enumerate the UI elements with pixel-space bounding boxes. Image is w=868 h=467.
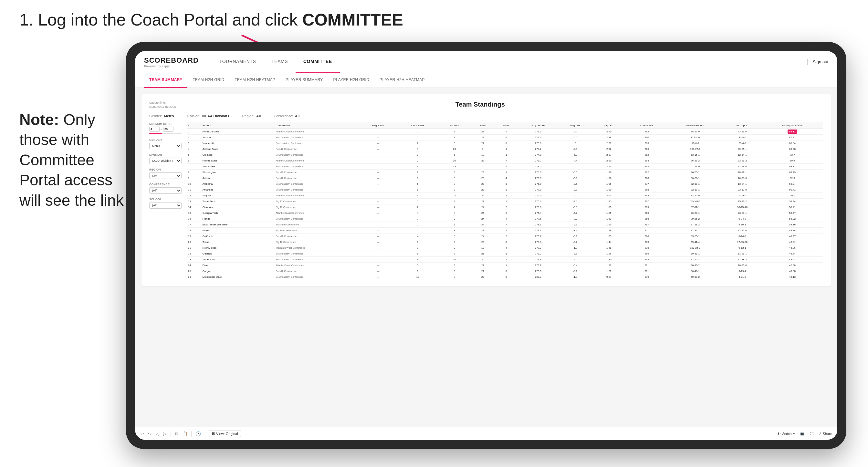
- watch-button[interactable]: 👁 Watch ▾: [777, 432, 795, 436]
- toolbar-left: ↩ ↪ ◁ ▷ ⧉ 📋 🕐 ⊞ View: Original: [140, 430, 241, 437]
- gender-filter-label: Gender: [149, 138, 182, 142]
- avg-rd-cell: 1.41: [592, 245, 626, 251]
- school-cell: Vanderbilt: [201, 141, 275, 146]
- low-score-cell: 209: [626, 205, 668, 210]
- avg-sg-cell: -3.6: [559, 175, 592, 181]
- conf-rank-cell: 4: [397, 164, 438, 169]
- avg-sg-cell: -2.0: [559, 257, 592, 262]
- avg-sg-cell: -5.1: [559, 222, 592, 228]
- gender-filter-select[interactable]: Men's Women's: [149, 143, 182, 149]
- vs-top50-cell: 89.11: [762, 129, 823, 135]
- rnds-cell: 27: [471, 135, 495, 141]
- nav-divider: [807, 59, 808, 65]
- region-filter-select[interactable]: N/A East West: [149, 173, 182, 179]
- table-row: 13Texas TechBig 12 Conference—19272276.0…: [187, 198, 823, 205]
- low-score-cell: 269: [626, 257, 668, 262]
- standings-table: # School Conference Reg Rank Conf Rank N…: [187, 122, 823, 280]
- vs-top50-cell: 48.54: [762, 251, 823, 257]
- nav-tournaments[interactable]: TOURNAMENTS: [212, 51, 264, 73]
- col-wins: Wins: [495, 122, 518, 129]
- no-tour-cell: 26: [438, 146, 471, 152]
- clock-icon[interactable]: 🕐: [195, 431, 201, 436]
- rank-cell: 15: [187, 210, 201, 216]
- expand-icon: ⛶: [810, 432, 813, 436]
- no-tour-cell: 7: [438, 251, 471, 257]
- reg-rank-cell: —: [359, 175, 397, 181]
- redo-icon[interactable]: ↪: [148, 431, 152, 436]
- update-time-label: Update time:: [149, 101, 176, 105]
- copy-icon[interactable]: ⧉: [175, 431, 178, 436]
- min-rounds-min-input[interactable]: [149, 127, 160, 132]
- sub-nav-player-summary[interactable]: PLAYER SUMMARY: [280, 73, 328, 88]
- gender-summary: Gender: Men's: [149, 114, 174, 118]
- low-score-cell: 264: [626, 158, 668, 164]
- avg-rd-cell: 2.20: [592, 158, 626, 164]
- overall-cell: 76-29-1: [668, 210, 723, 216]
- conference-filter-select[interactable]: (All): [149, 187, 182, 194]
- no-tour-cell: 9: [438, 262, 471, 269]
- division-label: Division:: [187, 114, 200, 118]
- rnds-cell: 23: [471, 129, 495, 135]
- vs-top25-cell: 12-13-0: [723, 228, 762, 234]
- sub-nav-player-h2h-grid[interactable]: PLAYER H2H GRID: [328, 73, 374, 88]
- content-card: Update time: 27/03/2024 16:56:26 Team St…: [142, 94, 831, 286]
- sub-nav: TEAM SUMMARY TEAM H2H GRID TEAM H2H HEAT…: [135, 73, 837, 88]
- avg-sg-cell: -1.8: [559, 274, 592, 280]
- rank-cell: 11: [187, 187, 201, 193]
- vs-top50-cell: 46.86: [762, 245, 823, 251]
- expand-button[interactable]: ⛶: [810, 432, 813, 436]
- adj-score-cell: 276.0: [518, 193, 559, 198]
- school-cell: Georgia: [201, 251, 275, 257]
- rnds-cell: 24: [471, 216, 495, 222]
- region-filter-group: Region N/A East West: [149, 168, 182, 179]
- nav-committee[interactable]: COMMITTEE: [296, 51, 340, 73]
- col-vs-top25: Vs Top 25: [723, 122, 762, 129]
- sub-nav-player-h2h-heatmap[interactable]: PLAYER H2H HEATMAP: [374, 73, 430, 88]
- no-tour-cell: 9: [438, 198, 471, 205]
- conf-rank-cell: 6: [397, 187, 438, 193]
- rnds-cell: 21: [471, 269, 495, 274]
- rank-cell: 8: [187, 169, 201, 175]
- forward-icon[interactable]: ▷: [163, 431, 167, 436]
- adj-score-cell: 274.8: [518, 152, 559, 158]
- bottom-toolbar: ↩ ↪ ◁ ▷ ⧉ 📋 🕐 ⊞ View: Original 👁 Watch: [135, 427, 837, 440]
- screenshot-button[interactable]: 📷: [800, 432, 805, 436]
- sub-nav-team-h2h-grid[interactable]: TEAM H2H GRID: [187, 73, 229, 88]
- avg-rd-cell: 1.28: [592, 228, 626, 234]
- school-filter-group: School (All): [149, 198, 182, 209]
- school-cell: Virginia: [201, 193, 275, 198]
- vs-top25-cell: 8-14-0: [723, 234, 762, 239]
- table-row: 23Texas A&MSoutheastern Conference—91030…: [187, 257, 823, 262]
- adj-score-cell: 273.6: [518, 135, 559, 141]
- conference-cell: Atlantic Coast Conference: [275, 158, 359, 164]
- school-filter-select[interactable]: (All): [149, 202, 182, 209]
- nav-teams[interactable]: TEAMS: [264, 51, 296, 73]
- share-button[interactable]: ↗ Share: [818, 432, 832, 436]
- rank-cell: 13: [187, 198, 201, 205]
- rank-cell: 22: [187, 251, 201, 257]
- avg-sg-cell: -6.0: [559, 193, 592, 198]
- update-time-value: 27/03/2024 16:56:26: [149, 105, 176, 109]
- wins-cell: 2: [495, 210, 518, 216]
- sub-nav-team-summary[interactable]: TEAM SUMMARY: [144, 73, 187, 88]
- paste-icon[interactable]: 📋: [182, 431, 187, 436]
- reg-rank-cell: —: [359, 181, 397, 187]
- col-vs-top50: Vs Top 50 Points: [762, 122, 823, 129]
- division-filter-select[interactable]: NCAA Division I NCAA Division II: [149, 158, 182, 164]
- rounds-slider[interactable]: [149, 133, 182, 134]
- update-time: Update time: 27/03/2024 16:56:26: [149, 101, 176, 109]
- sign-out-button[interactable]: Sign out: [813, 59, 828, 64]
- min-rounds-max-input[interactable]: [163, 127, 174, 132]
- toolbar-right: 👁 Watch ▾ 📷 ⛶ ↗ Share: [777, 432, 832, 436]
- sub-nav-team-h2h-heatmap[interactable]: TEAM H2H HEATMAP: [229, 73, 280, 88]
- conf-rank-cell: 5: [397, 262, 438, 269]
- vs-top25-cell: 33-25-2: [723, 158, 762, 164]
- wins-cell: 1: [495, 169, 518, 175]
- reg-rank-cell: —: [359, 210, 397, 216]
- back-icon[interactable]: ◁: [156, 431, 159, 436]
- col-reg-rank: Reg Rank: [359, 122, 397, 129]
- view-original-button[interactable]: ⊞ View: Original: [209, 430, 241, 437]
- undo-icon[interactable]: ↩: [140, 431, 144, 436]
- sign-out-area: Sign out: [807, 59, 828, 65]
- avg-rd-cell: 1.90: [592, 187, 626, 193]
